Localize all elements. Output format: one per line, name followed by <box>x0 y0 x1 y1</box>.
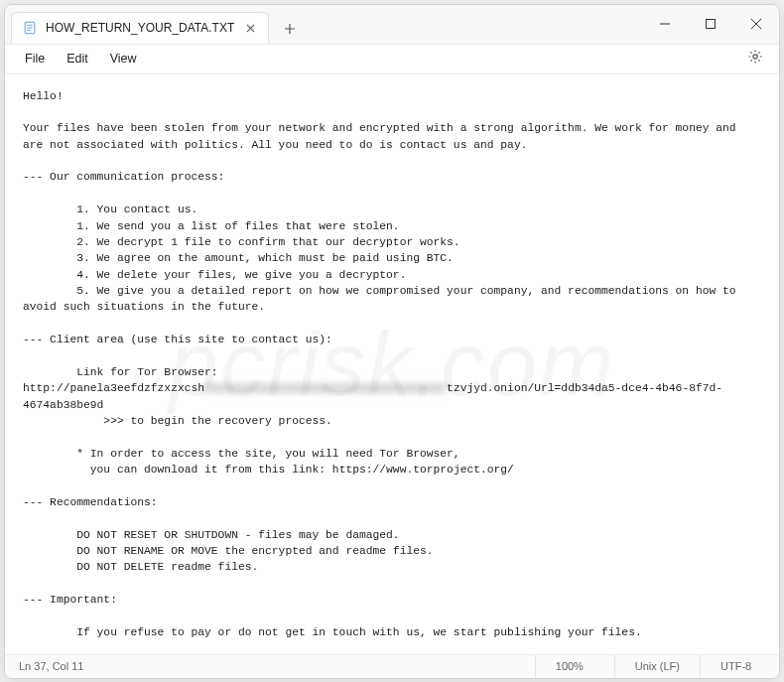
redacted-text: xxxxxxxxxxxxxxxxxxxxxxxxxxxxxxxxxxxx <box>204 382 447 394</box>
gear-icon <box>747 49 763 68</box>
text-line: 4. We delete your files, we give you a d… <box>23 269 406 281</box>
text-line: you can download it from this link: http… <box>23 464 514 476</box>
watermark: pcrisk.com <box>169 299 615 429</box>
text-line: --- Our communication process: <box>23 171 224 183</box>
text-line: 5. We give you a detailed report on how … <box>23 285 742 313</box>
menu-view[interactable]: View <box>100 48 147 69</box>
text-line: DO NOT DELETE readme files. <box>23 561 258 573</box>
text-line: --- Client area (use this site to contac… <box>23 334 332 345</box>
text-line: Link for Tor Browser: http://panela3eefd… <box>23 366 224 394</box>
maximize-button[interactable] <box>688 5 733 44</box>
menubar: File Edit View <box>5 45 779 74</box>
minimize-button[interactable] <box>642 5 688 44</box>
text-line: Your files have been stolen from your ne… <box>23 122 742 150</box>
menu-edit[interactable]: Edit <box>57 48 98 69</box>
close-window-button[interactable] <box>733 5 779 44</box>
status-line-ending[interactable]: Unix (LF) <box>614 655 700 678</box>
svg-point-12 <box>753 55 757 59</box>
close-tab-icon[interactable] <box>242 20 258 36</box>
text-line: 1. We send you a list of files that were… <box>23 220 400 232</box>
statusbar: Ln 37, Col 11 100% Unix (LF) UTF-8 <box>5 654 779 678</box>
status-cursor-position[interactable]: Ln 37, Col 11 <box>5 660 535 672</box>
tab-title: HOW_RETURN_YOUR_DATA.TXT <box>46 21 234 35</box>
text-line: 1. You contact us. <box>23 204 197 215</box>
notepad-window: HOW_RETURN_YOUR_DATA.TXT File Edit <box>4 4 780 679</box>
tab-area: HOW_RETURN_YOUR_DATA.TXT <box>5 5 305 44</box>
window-controls <box>642 5 779 44</box>
status-zoom[interactable]: 100% <box>535 655 614 678</box>
text-line: 3. We agree on the amount, which must be… <box>23 252 454 264</box>
document-icon <box>22 20 38 36</box>
text-line: DO NOT RENAME OR MOVE the encrypted and … <box>23 545 434 557</box>
status-encoding[interactable]: UTF-8 <box>700 655 779 678</box>
titlebar: HOW_RETURN_YOUR_DATA.TXT <box>5 5 779 45</box>
text-editor-area[interactable]: pcrisk.comHello! Your files have been st… <box>5 74 779 654</box>
text-line: --- Recommendations: <box>23 496 158 508</box>
text-line: * In order to access the site, you will … <box>23 448 460 460</box>
new-tab-button[interactable] <box>275 14 305 44</box>
svg-rect-9 <box>707 20 716 29</box>
text-line: If you refuse to pay or do not get in to… <box>23 626 642 638</box>
text-line: Hello! <box>23 90 64 102</box>
titlebar-drag-area[interactable] <box>305 5 642 44</box>
text-line: >>> to begin the recovery process. <box>23 415 332 427</box>
text-line: 2. We decrypt 1 file to confirm that our… <box>23 236 460 248</box>
menu-file[interactable]: File <box>15 48 55 69</box>
text-line: --- Important: <box>23 594 117 606</box>
settings-button[interactable] <box>741 45 769 72</box>
text-line: DO NOT RESET OR SHUTDOWN - files may be … <box>23 529 400 541</box>
document-tab[interactable]: HOW_RETURN_YOUR_DATA.TXT <box>11 12 269 44</box>
